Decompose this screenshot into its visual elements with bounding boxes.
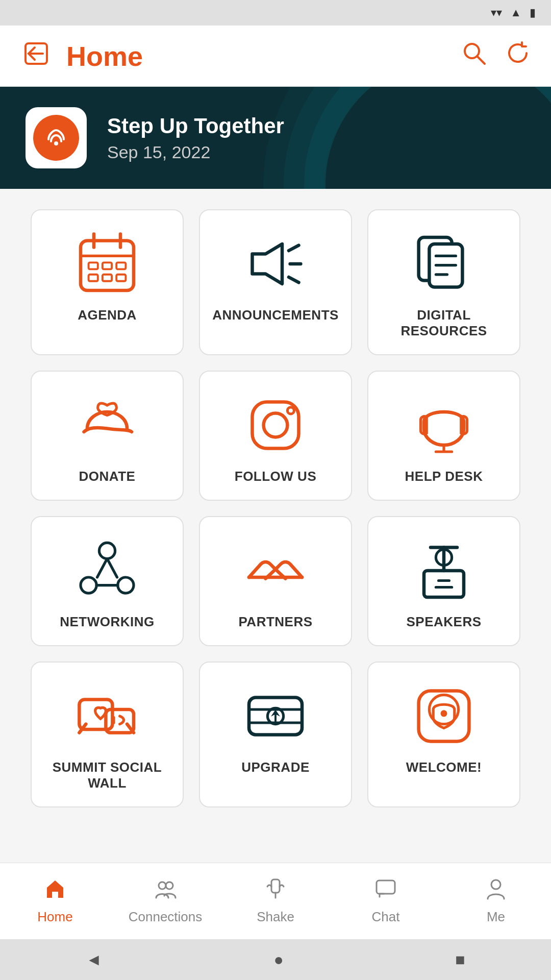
svg-line-16 [289,246,299,251]
svg-line-18 [289,277,299,282]
summit-social-wall-icon [74,683,140,749]
svg-line-33 [107,559,117,577]
svg-rect-11 [103,262,112,269]
agenda-label: AGENDA [78,307,137,323]
svg-point-25 [264,413,288,437]
follow-us-label: FOLLOW US [235,469,316,484]
nav-home-label: Home [37,909,72,925]
svg-point-56 [491,880,500,889]
connections-icon [154,877,177,905]
help-desk-button[interactable]: HELP DESK [367,371,520,501]
svg-point-29 [99,543,115,558]
donate-button[interactable]: DONATE [31,371,184,501]
grid-row-3: NETWORKING PARTNERS [31,516,520,646]
agenda-button[interactable]: AGENDA [31,209,184,355]
system-recent-button[interactable]: ■ [455,950,465,969]
svg-rect-15 [116,275,126,281]
follow-us-icon [242,392,309,458]
announcements-icon [242,231,309,297]
upgrade-label: UPGRADE [241,760,310,775]
search-button[interactable] [461,40,487,71]
svg-point-51 [441,710,447,717]
speakers-icon [411,537,477,604]
nav-chat[interactable]: Chat [331,863,441,939]
announcements-button[interactable]: ANNOUNCEMENTS [199,209,352,355]
speakers-button[interactable]: SPEAKERS [367,516,520,646]
me-icon [485,877,507,905]
svg-rect-36 [424,571,464,597]
help-desk-label: HELP DESK [405,469,483,484]
svg-line-3 [477,56,485,64]
refresh-button[interactable] [505,40,531,71]
bottom-nav: Home Connections Shake [0,863,551,939]
event-name: Step Up Together [107,114,284,138]
svg-point-4 [40,121,72,154]
nav-me[interactable]: Me [441,863,551,939]
nav-connections-label: Connections [129,909,203,925]
partners-button[interactable]: PARTNERS [199,516,352,646]
help-desk-icon [411,392,477,458]
event-info: Step Up Together Sep 15, 2022 [107,114,284,162]
back-button[interactable] [20,38,51,74]
event-date: Sep 15, 2022 [107,142,284,162]
agenda-icon [74,231,140,297]
nav-me-label: Me [487,909,505,925]
grid-row-2: DONATE FOLLOW US [31,371,520,501]
event-logo [26,107,87,168]
svg-rect-55 [377,880,395,894]
page-title: Home [66,40,461,72]
svg-line-32 [97,559,108,577]
svg-point-30 [81,577,96,593]
svg-rect-13 [89,275,98,281]
svg-rect-10 [89,262,98,269]
status-bar: ▾▾ ▲ ▮ [0,0,551,26]
shake-icon [264,877,287,905]
svg-point-52 [159,882,166,889]
networking-icon [74,537,140,604]
svg-rect-24 [253,402,299,449]
welcome-button[interactable]: WELCOME! [367,662,520,807]
menu-grid: AGENDA ANNOUNCEMENTS [0,189,551,863]
logo-icon [33,115,79,161]
grid-row-1: AGENDA ANNOUNCEMENTS [31,209,520,355]
digital-resources-button[interactable]: DIGITAL RESOURCES [367,209,520,355]
battery-icon: ▮ [530,6,536,19]
system-home-button[interactable]: ● [273,950,283,969]
svg-rect-14 [103,275,112,281]
svg-rect-54 [271,879,280,893]
nav-actions [461,40,531,71]
wifi-icon: ▾▾ [491,6,502,19]
partners-label: PARTNERS [238,614,312,630]
nav-home[interactable]: Home [0,863,110,939]
event-banner: Step Up Together Sep 15, 2022 [0,87,551,189]
digital-resources-icon [411,231,477,297]
speakers-label: SPEAKERS [406,614,481,630]
upgrade-button[interactable]: UPGRADE [199,662,352,807]
announcements-label: ANNOUNCEMENTS [212,307,339,323]
grid-row-4: SUMMIT SOCIAL WALL UPGRADE [31,662,520,807]
partners-icon [242,537,309,604]
digital-resources-label: DIGITAL RESOURCES [379,307,509,339]
upgrade-icon [242,683,309,749]
svg-point-26 [287,407,294,414]
system-nav: ◄ ● ■ [0,939,551,980]
system-back-button[interactable]: ◄ [86,950,102,969]
nav-shake-label: Shake [257,909,294,925]
donate-label: DONATE [79,469,136,484]
networking-button[interactable]: NETWORKING [31,516,184,646]
nav-shake[interactable]: Shake [220,863,331,939]
top-nav: Home [0,26,551,87]
networking-label: NETWORKING [60,614,155,630]
summit-social-wall-button[interactable]: SUMMIT SOCIAL WALL [31,662,184,807]
welcome-label: WELCOME! [406,760,482,775]
welcome-icon [411,683,477,749]
home-icon [44,877,66,905]
svg-point-53 [166,882,173,889]
svg-point-5 [54,141,58,145]
nav-chat-label: Chat [372,909,400,925]
nav-connections[interactable]: Connections [110,863,220,939]
donate-icon [74,392,140,458]
svg-point-31 [118,577,134,593]
chat-icon [374,877,397,905]
follow-us-button[interactable]: FOLLOW US [199,371,352,501]
